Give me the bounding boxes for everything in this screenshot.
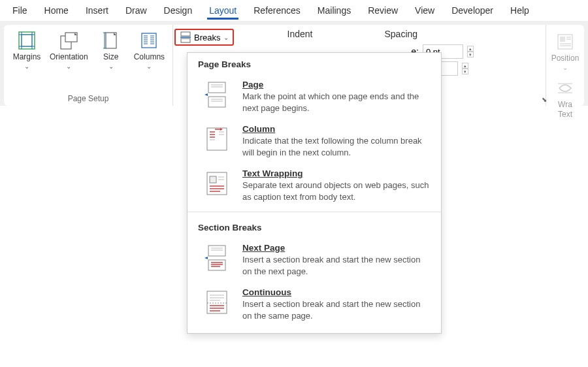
- svg-rect-48: [210, 176, 216, 183]
- svg-rect-34: [208, 82, 225, 93]
- orientation-icon: [58, 30, 79, 51]
- breaks-dropdown: Page Breaks Page Mark the point at which…: [187, 52, 442, 334]
- menu-insert[interactable]: Insert: [77, 2, 117, 19]
- break-column-desc: Indicate that the text following the col…: [242, 135, 431, 158]
- columns-label: Columns: [134, 52, 165, 61]
- menu-draw[interactable]: Draw: [117, 2, 155, 19]
- menu-mailings[interactable]: Mailings: [309, 2, 359, 19]
- spacing-after-spinner[interactable]: ▴▾: [462, 63, 468, 74]
- breaks-icon: [180, 31, 191, 43]
- break-text-wrapping-item[interactable]: Text Wrapping Separate text around objec…: [188, 163, 441, 208]
- position-button[interactable]: Position ⌄: [549, 29, 581, 74]
- margins-button[interactable]: Margins ⌄: [10, 27, 43, 72]
- breaks-button[interactable]: Breaks ⌄: [174, 29, 233, 46]
- chevron-down-icon: ⌄: [24, 63, 29, 70]
- page-setup-group: Margins ⌄ Orientation ⌄ Size ⌄: [4, 25, 173, 106]
- break-column-title: Column: [242, 124, 431, 134]
- svg-rect-55: [208, 260, 225, 270]
- svg-rect-40: [207, 128, 227, 150]
- size-label: Size: [103, 52, 118, 61]
- svg-rect-35: [208, 97, 225, 107]
- menu-view[interactable]: View: [406, 2, 443, 19]
- break-next-page-title: Next Page: [242, 243, 431, 253]
- wrap-text-icon: [555, 78, 576, 99]
- columns-icon: [139, 30, 159, 51]
- orientation-label: Orientation: [50, 52, 88, 61]
- arrange-group: Position ⌄ Wra Text: [546, 25, 584, 106]
- svg-rect-54: [208, 246, 225, 256]
- svg-rect-1: [22, 35, 32, 46]
- chevron-down-icon: ⌄: [66, 63, 71, 70]
- menu-review[interactable]: Review: [359, 2, 406, 19]
- page-break-icon: [202, 80, 232, 110]
- chevron-down-icon: ⌄: [563, 64, 568, 71]
- menu-file[interactable]: File: [4, 2, 36, 19]
- break-page-item[interactable]: Page Mark the point at which one page en…: [188, 74, 441, 119]
- svg-rect-24: [181, 39, 190, 42]
- menu-bar: File Home Insert Draw Design Layout Refe…: [0, 0, 588, 21]
- spacing-before-spinner[interactable]: ▴▾: [467, 46, 474, 57]
- break-column-item[interactable]: Column Indicate that the text following …: [188, 119, 441, 163]
- menu-help[interactable]: Help: [502, 2, 538, 19]
- break-continuous-title: Continuous: [242, 287, 431, 297]
- dropdown-divider: [188, 212, 441, 212]
- svg-rect-27: [560, 37, 565, 42]
- break-continuous-item[interactable]: Continuous Insert a section break and st…: [188, 282, 441, 327]
- menu-developer[interactable]: Developer: [443, 2, 502, 19]
- column-break-icon: [202, 124, 232, 154]
- chevron-down-icon: ⌄: [146, 63, 152, 70]
- position-icon: [555, 31, 576, 52]
- orientation-button[interactable]: Orientation ⌄: [48, 27, 90, 72]
- svg-rect-61: [207, 291, 227, 313]
- chevron-down-icon: ⌄: [108, 63, 114, 70]
- size-icon: [101, 30, 122, 51]
- menu-references[interactable]: References: [245, 2, 309, 19]
- spacing-label: Spacing: [384, 29, 417, 39]
- margins-icon: [16, 30, 37, 51]
- svg-rect-23: [181, 32, 190, 36]
- size-button[interactable]: Size ⌄: [95, 27, 127, 72]
- menu-layout[interactable]: Layout: [201, 2, 245, 19]
- page-breaks-section: Page Breaks: [188, 53, 441, 74]
- text-wrapping-break-icon: [202, 168, 232, 199]
- wrap-text-button[interactable]: Wra Text: [549, 75, 581, 121]
- position-label: Position: [551, 54, 580, 63]
- indent-label: Indent: [287, 29, 313, 39]
- margins-label: Margins: [13, 52, 41, 61]
- break-next-page-desc: Insert a section break and start the new…: [242, 254, 431, 277]
- chevron-down-icon: ⌄: [223, 34, 229, 41]
- next-page-break-icon: [202, 243, 232, 273]
- svg-rect-12: [142, 33, 156, 48]
- break-continuous-desc: Insert a section break and start the new…: [242, 298, 431, 321]
- section-breaks-section: Section Breaks: [188, 216, 441, 238]
- page-setup-group-label: Page Setup: [10, 93, 166, 104]
- menu-design[interactable]: Design: [155, 2, 201, 19]
- columns-button[interactable]: Columns ⌄: [133, 27, 166, 72]
- break-text-wrapping-desc: Separate text around objects on web page…: [242, 180, 431, 202]
- continuous-break-icon: [202, 287, 232, 317]
- breaks-label: Breaks: [194, 33, 220, 42]
- break-page-desc: Mark the point at which one page ends an…: [242, 91, 431, 114]
- break-next-page-item[interactable]: Next Page Insert a section break and sta…: [188, 238, 441, 282]
- menu-home[interactable]: Home: [36, 2, 77, 19]
- break-page-title: Page: [242, 80, 431, 89]
- break-text-wrapping-title: Text Wrapping: [242, 168, 431, 178]
- wrap-text-label: Wra Text: [558, 100, 572, 119]
